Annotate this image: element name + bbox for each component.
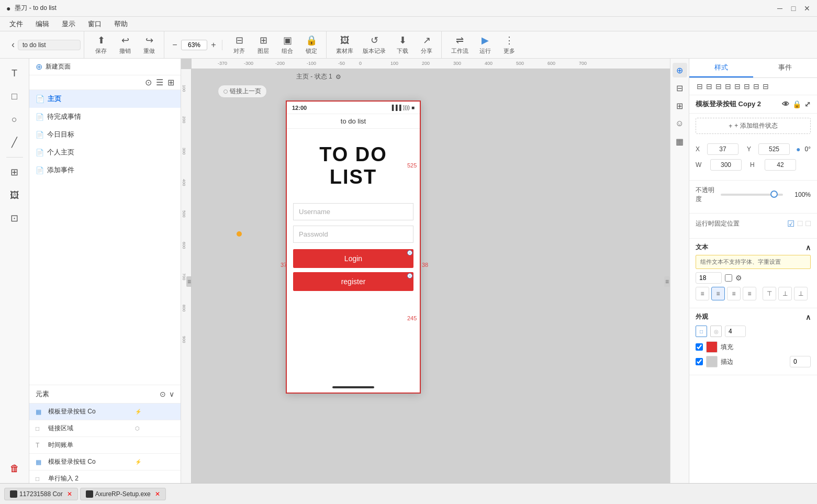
opacity-thumb[interactable]	[770, 191, 778, 198]
text-valign-top[interactable]: ⊤	[763, 287, 776, 300]
minimize-button[interactable]: ─	[776, 5, 784, 12]
right-icon-emoji[interactable]: ☺	[673, 116, 687, 131]
register-button[interactable]: register +	[293, 272, 413, 291]
save-button[interactable]: ⬆ 保存	[89, 32, 113, 57]
fill-checkbox[interactable]	[696, 343, 703, 351]
new-page-button[interactable]: ⊕ 新建页面	[29, 59, 181, 75]
stroke-color-swatch[interactable]	[706, 356, 718, 367]
corner-radius-input[interactable]	[725, 326, 746, 337]
layer-button[interactable]: ⊞ 图层	[252, 32, 275, 57]
align-button[interactable]: ⊟ 对齐	[228, 32, 251, 57]
align-left-icon[interactable]: ⊟	[696, 81, 704, 92]
corner-box-active[interactable]: □	[696, 326, 707, 337]
distribute-v-icon[interactable]: ⊟	[762, 81, 770, 92]
page-item-profile[interactable]: 📄 个人主页	[29, 143, 181, 161]
elem-item-2[interactable]: T 时间账单	[29, 437, 181, 454]
more-button[interactable]: ⋮ 更多	[498, 32, 521, 57]
zoom-plus[interactable]: +	[208, 40, 219, 50]
text-collapse-icon[interactable]: ∧	[805, 243, 811, 252]
tool-circle[interactable]: ○	[4, 109, 25, 130]
page-state-settings-icon[interactable]: ⚙	[335, 73, 341, 81]
download-button[interactable]: ⬇ 下载	[391, 32, 414, 57]
align-center-h-icon[interactable]: ⊟	[705, 81, 713, 92]
align-top-icon[interactable]: ⊟	[724, 81, 732, 92]
stroke-width-input[interactable]	[790, 356, 811, 367]
right-icon-filter[interactable]: ⊟	[673, 81, 687, 95]
right-icon-target[interactable]: ⊕	[673, 63, 687, 77]
username-field[interactable]: Username	[293, 203, 413, 220]
redo-button[interactable]: ↪ 重做	[138, 32, 161, 57]
task-close-1[interactable]: ✕	[155, 490, 160, 498]
taskbar-item-0[interactable]: 117231588 Cor ✕	[4, 488, 78, 500]
text-valign-bot[interactable]: ⊥	[794, 287, 808, 300]
password-field[interactable]: Passwold	[293, 226, 413, 243]
page-item-today[interactable]: 📄 今日目标	[29, 126, 181, 143]
fullscreen-icon[interactable]: ⤢	[804, 100, 811, 108]
elem-item-0[interactable]: ▦ 模板登录按钮 Co ⚡	[29, 404, 181, 420]
menu-edit[interactable]: 编辑	[30, 18, 54, 30]
link-back-tag[interactable]: 链接上一页	[218, 85, 267, 98]
zoom-minus[interactable]: −	[170, 40, 180, 50]
group-button[interactable]: ▣ 组合	[276, 32, 299, 57]
tool-components[interactable]: ⊞	[4, 162, 25, 183]
fill-color-swatch[interactable]	[706, 341, 718, 353]
text-valign-mid[interactable]: ⊥	[778, 287, 792, 300]
elements-expand-icon[interactable]: ∨	[169, 390, 174, 398]
w-input[interactable]	[710, 159, 742, 171]
history-button[interactable]: ↺ 版本记录	[359, 32, 390, 57]
h-input[interactable]	[765, 159, 796, 171]
login-button[interactable]: Login +	[293, 249, 413, 268]
stroke-checkbox[interactable]	[696, 358, 703, 365]
share-button[interactable]: ↗ 分享	[415, 32, 438, 57]
elem-item-1[interactable]: □ 链接区域 ⬡	[29, 420, 181, 437]
undo-button[interactable]: ↩ 撤销	[114, 32, 137, 57]
text-size-checkbox[interactable]	[725, 274, 732, 282]
search-pages-icon[interactable]: ⊙	[145, 77, 152, 87]
fixed-pos-box1[interactable]: □	[798, 219, 803, 229]
page-item-add[interactable]: 📄 添加事件	[29, 161, 181, 179]
lock2-icon[interactable]: 🔒	[792, 100, 801, 108]
corner-box-inactive[interactable]: ◎	[710, 326, 722, 337]
task-close-0[interactable]: ✕	[67, 490, 72, 498]
tool-image[interactable]: 🖼	[4, 185, 25, 206]
menu-view[interactable]: 显示	[57, 18, 81, 30]
opacity-slider[interactable]	[721, 194, 783, 196]
align-bottom-icon[interactable]: ⊟	[743, 81, 751, 92]
workflow-button[interactable]: ⇌ 工作流	[447, 32, 473, 57]
grid-view-icon[interactable]: ⊞	[167, 77, 174, 87]
tab-events[interactable]: 事件	[753, 59, 817, 77]
maximize-button[interactable]: □	[790, 5, 797, 12]
tool-line[interactable]: ╱	[4, 132, 25, 153]
text-align-right[interactable]: ≡	[727, 287, 741, 300]
y-input[interactable]	[758, 143, 790, 155]
appearance-collapse-icon[interactable]: ∧	[805, 313, 811, 321]
list-view-icon[interactable]: ☰	[156, 77, 163, 87]
page-item-home[interactable]: 📄 主页	[29, 90, 181, 108]
text-align-left[interactable]: ≡	[696, 287, 709, 300]
tool-text[interactable]: T	[4, 63, 25, 84]
tool-delete[interactable]: 🗑	[4, 458, 25, 479]
align-right-icon[interactable]: ⊟	[714, 81, 723, 92]
menu-window[interactable]: 窗口	[83, 18, 107, 30]
fixed-pos-box2[interactable]: □	[805, 219, 811, 229]
tool-widget[interactable]: ⊡	[4, 208, 25, 229]
zoom-input[interactable]	[181, 40, 207, 50]
fixed-pos-checked[interactable]: ☑	[787, 219, 794, 229]
elements-search-icon[interactable]: ⊙	[160, 390, 166, 398]
elem-item-3[interactable]: ▦ 模板登录按钮 Co ⚡	[29, 454, 181, 471]
align-center-v-icon[interactable]: ⊟	[733, 81, 742, 92]
text-align-center[interactable]: ≡	[711, 287, 725, 300]
assets-button[interactable]: 🖼 素材库	[332, 33, 357, 57]
tab-style[interactable]: 样式	[689, 59, 753, 77]
menu-file[interactable]: 文件	[4, 18, 28, 30]
lock-button[interactable]: 🔒 锁定	[300, 32, 323, 57]
distribute-h-icon[interactable]: ⊟	[752, 81, 760, 92]
back-icon[interactable]: ‹	[9, 37, 17, 52]
taskbar-item-1[interactable]: AxureRP-Setup.exe ✕	[80, 488, 166, 500]
page-item-todo[interactable]: 📄 待完成事情	[29, 108, 181, 126]
run-button[interactable]: ▶ 运行	[474, 32, 497, 57]
search-box[interactable]: to do list	[18, 40, 81, 50]
menu-help[interactable]: 帮助	[109, 18, 133, 30]
text-size-settings-icon[interactable]: ⚙	[735, 274, 742, 282]
tool-rect[interactable]: □	[4, 86, 25, 107]
